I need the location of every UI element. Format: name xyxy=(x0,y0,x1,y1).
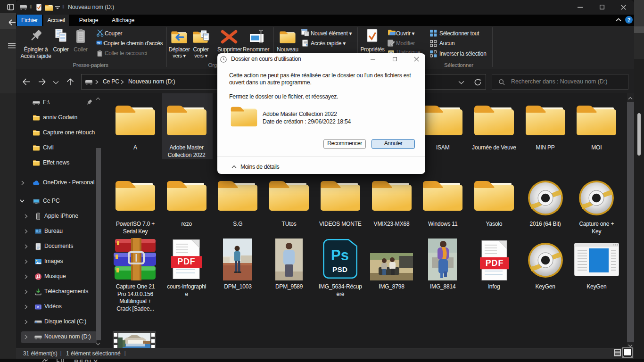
svg-text:Ps: Ps xyxy=(331,247,349,263)
svg-text:PSD: PSD xyxy=(332,265,347,273)
svg-text:PDF: PDF xyxy=(177,257,195,266)
svg-text:PDF: PDF xyxy=(486,258,504,268)
